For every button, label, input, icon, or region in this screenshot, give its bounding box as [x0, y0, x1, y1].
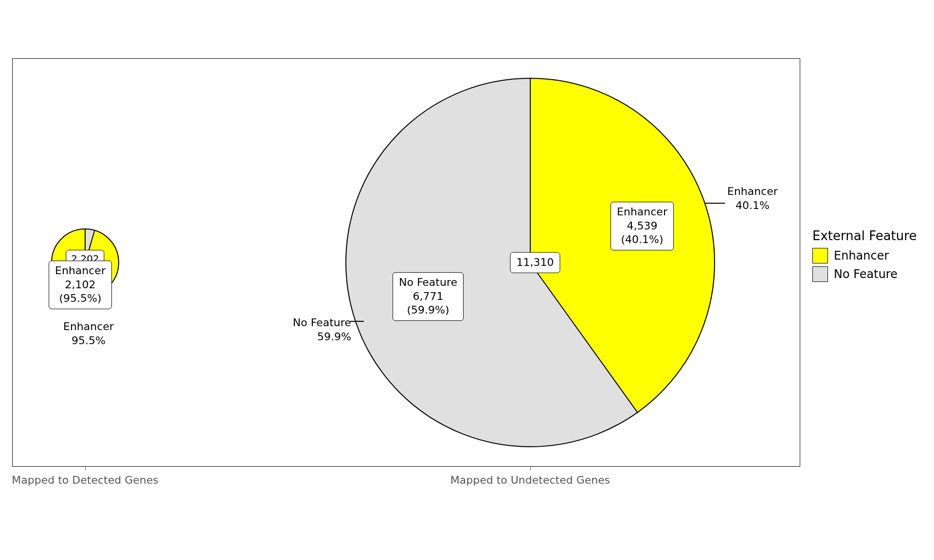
pie1-ext-name: Enhancer — [63, 320, 114, 332]
leader-line — [705, 203, 725, 204]
axis-label-right: Mapped to Undetected Genes — [450, 474, 610, 486]
pie2-nof-val: 6,771 — [413, 290, 444, 302]
legend: External Feature Enhancer No Feature — [812, 228, 916, 285]
pie1-box-name: Enhancer — [55, 264, 106, 277]
pie2-ext-enh-pct: 40.1% — [736, 199, 770, 211]
legend-label: No Feature — [834, 267, 898, 281]
axis-tick — [85, 467, 86, 471]
pie1-ext-pct: 95.5% — [72, 334, 106, 347]
pie1-box-val: 2,102 — [65, 279, 96, 291]
legend-item-enhancer: Enhancer — [812, 248, 916, 263]
pie-divider — [530, 78, 531, 263]
pie2-nof-name: No Feature — [399, 276, 457, 288]
leader-line — [350, 321, 364, 322]
pie2-ext-enhancer: Enhancer 40.1% — [727, 185, 778, 212]
pie1-ext-enhancer: Enhancer 95.5% — [63, 320, 114, 348]
legend-item-nofeature: No Feature — [812, 266, 916, 282]
legend-swatch-nofeature — [812, 266, 828, 282]
pie2-ext-nof-pct: 59.9% — [292, 331, 351, 343]
pie2-ext-nofeature: No Feature 59.9% — [292, 316, 351, 344]
axis-tick — [530, 467, 531, 471]
axis-label-left: Mapped to Detected Genes — [12, 474, 158, 486]
legend-label: Enhancer — [834, 249, 889, 262]
legend-swatch-enhancer — [812, 248, 828, 263]
legend-title: External Feature — [812, 228, 916, 243]
pie2-ext-nof-name: No Feature — [293, 316, 351, 329]
pie2-nofeature-box: No Feature 6,771 (59.9%) — [393, 272, 464, 321]
pie1-enhancer-box: Enhancer 2,102 (95.5%) — [49, 261, 112, 309]
pie1-box-pct: (95.5%) — [59, 292, 101, 304]
pie2-enh-name: Enhancer — [617, 206, 667, 218]
pie2-nof-pct: (59.9%) — [407, 304, 449, 316]
pie2-total-box: 11,310 — [510, 252, 560, 273]
pie2-enhancer-box: Enhancer 4,539 (40.1%) — [611, 202, 674, 250]
pie2-enh-pct: (40.1%) — [621, 233, 663, 245]
chart-canvas: Mapped to Detected Genes Mapped to Undet… — [0, 0, 934, 560]
pie2-enh-val: 4,539 — [627, 220, 658, 232]
pie2-ext-enh-name: Enhancer — [727, 185, 778, 197]
